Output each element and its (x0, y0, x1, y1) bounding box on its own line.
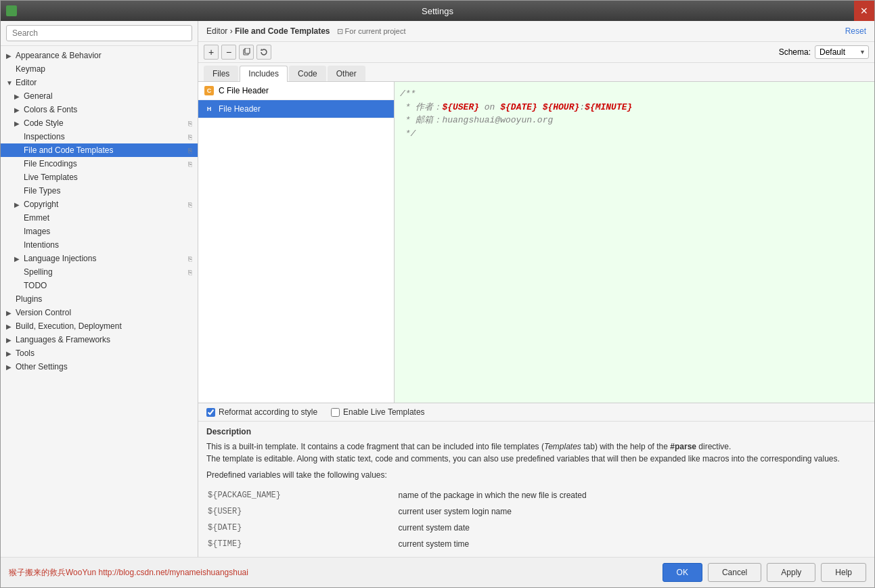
arrow-icon: ▶ (14, 106, 24, 114)
reformat-checkbox[interactable] (206, 408, 215, 417)
spacer (14, 269, 24, 276)
add-button[interactable]: + (204, 45, 219, 60)
sidebar-item-keymap[interactable]: Keymap (1, 62, 198, 76)
arrow-icon: ▶ (6, 363, 16, 371)
settings-window: Settings ✕ ▶ Appearance & Behavior Keyma… (0, 0, 875, 588)
spacer (14, 133, 24, 141)
breadcrumb-bar: Editor › File and Code Templates ⊡ For c… (198, 21, 874, 42)
options-bar: Reformat according to style Enable Live … (198, 403, 874, 422)
sidebar-item-plugins[interactable]: Plugins (1, 292, 198, 306)
help-button[interactable]: Help (821, 563, 866, 582)
main-content: ▶ Appearance & Behavior Keymap ▼ Editor … (1, 21, 874, 557)
description-area: Description This is a built-in template.… (198, 422, 874, 557)
cancel-button[interactable]: Cancel (708, 563, 761, 582)
sidebar-item-general[interactable]: ▶ General (1, 89, 198, 103)
sidebar-item-spelling[interactable]: Spelling ⎘ (1, 265, 198, 279)
svg-rect-1 (245, 48, 250, 53)
sidebar-item-images[interactable]: Images (1, 225, 198, 238)
tab-includes[interactable]: Includes (240, 66, 288, 82)
sidebar-item-file-encodings[interactable]: File Encodings ⎘ (1, 157, 198, 171)
right-panel: Editor › File and Code Templates ⊡ For c… (198, 21, 874, 557)
spacer (14, 214, 24, 222)
close-button[interactable]: ✕ (854, 1, 874, 21)
sidebar-item-colors-fonts[interactable]: ▶ Colors & Fonts (1, 103, 198, 116)
bottom-panel: Reformat according to style Enable Live … (198, 403, 874, 557)
tab-files[interactable]: Files (204, 66, 238, 81)
c-icon: C (204, 86, 214, 95)
sidebar-item-inspections[interactable]: Inspections ⎘ (1, 130, 198, 143)
var-desc: current system time (399, 537, 865, 551)
sidebar-item-build-execution[interactable]: ▶ Build, Execution, Deployment (1, 319, 198, 333)
live-templates-checkbox[interactable] (331, 408, 340, 417)
toolbar: + − Schema: Default Project (198, 42, 874, 63)
spacer (14, 228, 24, 235)
sidebar-item-todo[interactable]: TODO (1, 279, 198, 292)
ok-button[interactable]: OK (663, 563, 702, 582)
sidebar-item-language-injections[interactable]: ▶ Language Injections ⎘ (1, 252, 198, 265)
var-name: ${DATE} (208, 520, 397, 535)
table-row: ${PACKAGE_NAME} name of the package in w… (208, 488, 865, 503)
spacer (14, 242, 24, 249)
sidebar-item-live-templates[interactable]: Live Templates (1, 171, 198, 184)
spacer (14, 187, 24, 195)
sidebar-item-file-types[interactable]: File Types (1, 184, 198, 198)
config-icon: ⎘ (188, 201, 192, 208)
sidebar-item-copyright[interactable]: ▶ Copyright ⎘ (1, 198, 198, 211)
footer: 猴子搬来的救兵WooYun http://blog.csdn.net/mynam… (1, 557, 874, 587)
arrow-icon: ▶ (14, 120, 24, 127)
tab-code[interactable]: Code (289, 66, 326, 81)
remove-button[interactable]: − (221, 45, 236, 60)
breadcrumb: Editor › File and Code Templates ⊡ For c… (206, 26, 405, 36)
config-icon: ⎘ (188, 147, 192, 154)
template-area: C C File Header H File Header /** * 作者：$… (198, 82, 874, 403)
schema-select[interactable]: Default Project (815, 45, 869, 59)
schema-select-wrapper: Default Project (815, 45, 869, 59)
sidebar-item-emmet[interactable]: Emmet (1, 211, 198, 225)
copy-button[interactable] (239, 45, 254, 60)
sidebar-item-code-style[interactable]: ▶ Code Style ⎘ (1, 116, 198, 130)
sidebar: ▶ Appearance & Behavior Keymap ▼ Editor … (1, 21, 198, 557)
config-icon: ⎘ (188, 269, 192, 276)
arrow-icon: ▶ (6, 309, 16, 317)
arrow-icon: ▶ (6, 323, 16, 330)
tab-other[interactable]: Other (328, 66, 365, 81)
window-title: Settings (422, 6, 453, 16)
copy-icon (242, 48, 250, 56)
sidebar-item-languages-frameworks[interactable]: ▶ Languages & Frameworks (1, 333, 198, 346)
table-row: ${TIME} current system time (208, 537, 865, 551)
var-desc: name of the package in which the new fil… (399, 488, 865, 503)
sidebar-item-file-code-templates[interactable]: File and Code Templates ⎘ (1, 143, 198, 157)
apply-button[interactable]: Apply (767, 563, 815, 582)
sidebar-item-version-control[interactable]: ▶ Version Control (1, 306, 198, 319)
arrow-icon: ▶ (6, 350, 16, 357)
code-editor[interactable]: /** * 作者：${USER} on ${DATE} ${HOUR}:${MI… (395, 82, 874, 403)
var-desc: current user system login name (399, 504, 865, 519)
schema-label: Schema: (779, 47, 811, 57)
sidebar-item-appearance[interactable]: ▶ Appearance & Behavior (1, 49, 198, 62)
live-templates-checkbox-label[interactable]: Enable Live Templates (331, 407, 425, 417)
tabs-bar: Files Includes Code Other (198, 63, 874, 82)
arrow-icon: ▼ (6, 79, 16, 87)
spacer (14, 147, 24, 154)
description-text: This is a built-in template. It contains… (206, 440, 866, 553)
file-icon: C (204, 85, 215, 96)
sidebar-item-editor[interactable]: ▼ Editor (1, 76, 198, 89)
app-icon (6, 5, 17, 16)
reset-button[interactable]: Reset (845, 26, 866, 36)
list-item-selected[interactable]: H File Header (198, 100, 394, 118)
file-icon: H (204, 104, 215, 114)
reformat-checkbox-label[interactable]: Reformat according to style (206, 407, 317, 417)
reset-template-button[interactable] (256, 45, 271, 60)
sidebar-item-other-settings[interactable]: ▶ Other Settings (1, 360, 198, 374)
list-item[interactable]: C C File Header (198, 82, 394, 100)
spacer (14, 282, 24, 290)
h-icon: H (204, 104, 214, 114)
sidebar-item-intentions[interactable]: Intentions (1, 238, 198, 252)
arrow-icon: ▶ (6, 336, 16, 344)
var-name: ${USER} (208, 504, 397, 519)
reset-icon (260, 48, 268, 56)
spacer (6, 66, 16, 73)
sidebar-item-tools[interactable]: ▶ Tools (1, 346, 198, 360)
variables-table: ${PACKAGE_NAME} name of the package in w… (206, 487, 866, 553)
search-input[interactable] (6, 25, 192, 41)
